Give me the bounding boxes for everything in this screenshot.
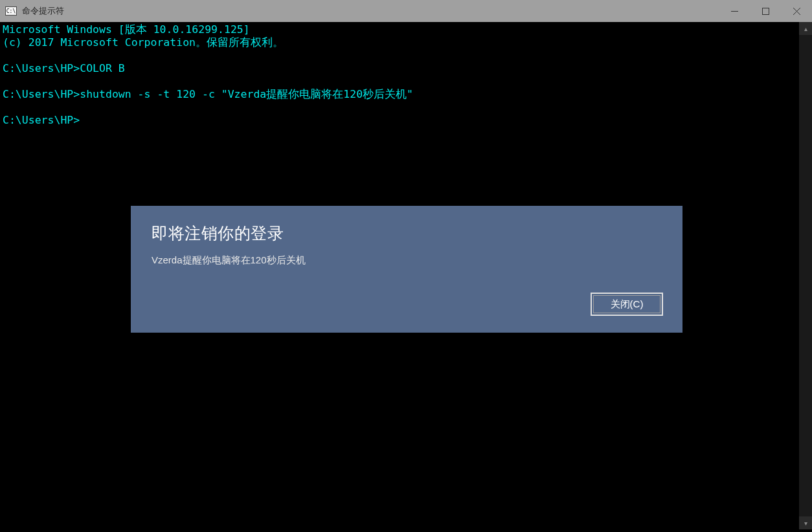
shutdown-dialog: 即将注销你的登录 Vzerda提醒你电脑将在120秒后关机 关闭(C) [131,206,682,333]
window-title: 命令提示符 [22,5,64,17]
terminal-line: C:\Users\HP>shutdown -s -t 120 -c "Vzerd… [3,88,413,100]
terminal-line: C:\Users\HP>COLOR B [3,62,125,74]
svg-rect-1 [762,8,769,14]
scroll-up-icon[interactable]: ▴ [799,22,812,35]
window-titlebar: 命令提示符 [0,0,812,22]
terminal-line: Microsoft Windows [版本 10.0.16299.125] [3,23,250,36]
window-controls [719,0,812,22]
vertical-scrollbar[interactable]: ▴ ▾ [799,22,812,529]
terminal-prompt: C:\Users\HP> [3,114,80,126]
minimize-button[interactable] [719,0,750,22]
dialog-message: Vzerda提醒你电脑将在120秒后关机 [152,254,662,267]
close-button[interactable] [781,0,812,22]
maximize-button[interactable] [750,0,781,22]
terminal-line: (c) 2017 Microsoft Corporation。保留所有权利。 [3,36,284,49]
cmd-icon [5,6,17,16]
dialog-title: 即将注销你的登录 [152,223,662,244]
close-dialog-button[interactable]: 关闭(C) [591,293,663,316]
scroll-down-icon[interactable]: ▾ [799,516,812,529]
